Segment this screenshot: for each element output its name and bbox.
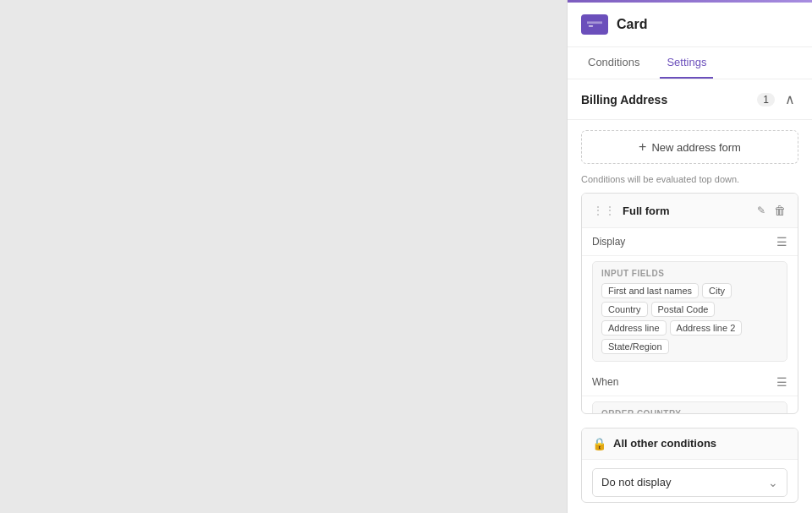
billing-address-badge: 1 [757, 93, 775, 106]
input-fields-label: INPUT FIELDS [601, 269, 778, 278]
svg-rect-0 [587, 19, 602, 30]
form-name-label: Full form [623, 205, 749, 217]
tag-postal-code: Postal Code [651, 302, 716, 317]
when-label: When [592, 376, 618, 388]
right-panel: Card Conditions Settings Billing Address… [567, 0, 812, 513]
new-address-button[interactable]: + New address form [581, 130, 798, 164]
when-filter-icon[interactable]: ☰ [776, 375, 787, 389]
card-header: Card [568, 3, 812, 47]
collapse-billing-button[interactable]: ∧ [782, 90, 798, 109]
billing-address-actions: 1 ∧ [757, 90, 798, 109]
form-card-actions: ✎ 🗑 [755, 202, 787, 219]
tags-list: First and last names City Country Postal… [601, 283, 778, 354]
display-row: Display ☰ [582, 228, 798, 256]
tab-settings[interactable]: Settings [660, 47, 713, 79]
tag-city: City [702, 283, 732, 298]
tag-country: Country [601, 302, 648, 317]
dropdown-chevron-icon: ⌄ [768, 476, 778, 489]
card-title: Card [617, 17, 647, 32]
tag-state-region: State/Region [601, 339, 669, 354]
other-conditions-title: All other conditions [613, 437, 716, 450]
lock-icon: 🔒 [592, 437, 606, 450]
edit-form-button[interactable]: ✎ [755, 203, 767, 218]
svg-rect-1 [587, 21, 602, 24]
other-conditions-header: 🔒 All other conditions [582, 428, 798, 460]
drag-handle-icon[interactable]: ⋮⋮ [592, 204, 616, 217]
full-form-card: ⋮⋮ Full form ✎ 🗑 Display ☰ INPUT FIELDS … [581, 193, 798, 413]
tag-address-line: Address line [601, 320, 667, 336]
delete-form-button[interactable]: 🗑 [772, 202, 787, 219]
tab-conditions[interactable]: Conditions [581, 47, 646, 79]
dropdown-value: Do not display [601, 476, 671, 488]
display-filter-icon[interactable]: ☰ [776, 235, 787, 248]
tabs-bar: Conditions Settings [568, 47, 812, 79]
order-country-label: ORDER COUNTRY [601, 409, 778, 413]
tag-first-last-names: First and last names [601, 283, 699, 298]
tag-address-line-2: Address line 2 [670, 320, 743, 336]
display-label: Display [592, 236, 625, 248]
new-address-label: New address form [651, 141, 740, 154]
billing-address-section: Billing Address 1 ∧ [568, 79, 812, 120]
other-conditions-section: 🔒 All other conditions Do not display ⌄ … [581, 428, 798, 504]
svg-rect-2 [589, 25, 593, 27]
plus-icon: + [639, 139, 646, 155]
conditions-hint: Conditions will be evaluated top down. [568, 174, 812, 193]
form-card-header: ⋮⋮ Full form ✎ 🗑 [582, 194, 798, 228]
do-not-display-dropdown[interactable]: Do not display ⌄ [592, 468, 787, 497]
card-icon [581, 14, 608, 35]
input-fields-box: INPUT FIELDS First and last names City C… [592, 261, 787, 362]
left-panel [0, 0, 567, 513]
billing-address-title: Billing Address [581, 93, 667, 106]
when-box: ORDER COUNTRY [ ] One of United Kingdom … [592, 401, 787, 413]
when-row: When ☰ [582, 368, 798, 396]
